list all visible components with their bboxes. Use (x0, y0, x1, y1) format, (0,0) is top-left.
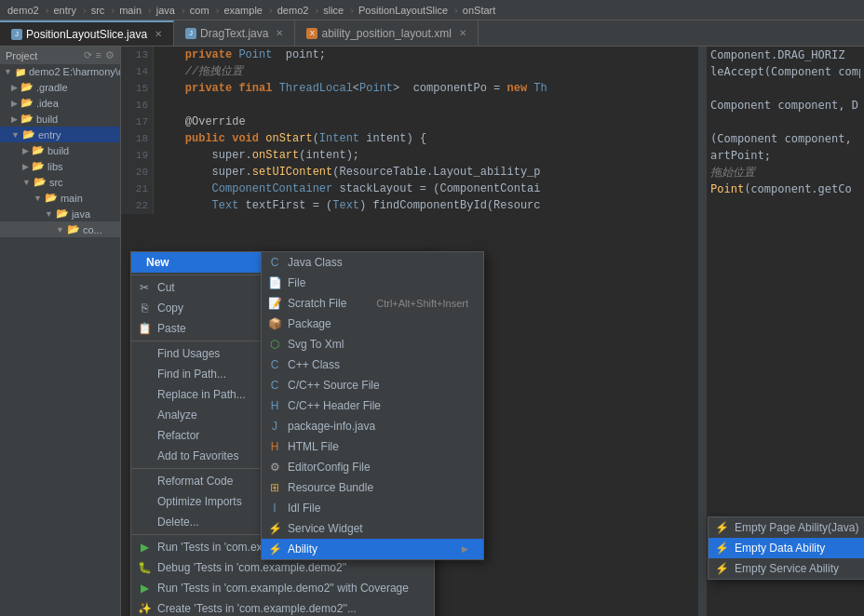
folder-icon: 📂 (56, 208, 69, 220)
submenu-item-file[interactable]: 📄 File (262, 273, 483, 293)
arrow-icon: ▶ (22, 162, 29, 171)
submenu-label-svg-to-xml: Svg To Xml (288, 338, 468, 351)
tree-label-co: co... (83, 224, 102, 235)
submenu-item-resource-bundle[interactable]: ⊞ Resource Bundle (262, 477, 483, 498)
submenu-item-package[interactable]: 📦 Package (262, 314, 483, 334)
arrow-icon: ▼ (56, 225, 64, 234)
submenu-ability: ⚡ Empty Page Ability(Java) ⚡ Empty Data … (708, 516, 864, 580)
tab-close-1[interactable]: ✕ (155, 29, 162, 39)
tree-item-main[interactable]: ▼ 📂 main (0, 190, 120, 206)
submenu-ability-item-empty-service[interactable]: ⚡ Empty Service Ability (709, 558, 864, 579)
line-numbers: 13 14 15 16 17 18 19 20 21 22 (121, 47, 154, 214)
menu-item-create-tests[interactable]: ✨ Create 'Tests in 'com.example.demo2''.… (131, 598, 434, 616)
code-content: private Point point; //拖拽位置 private fina… (155, 47, 706, 214)
arrow-icon: ▶ (11, 83, 18, 92)
tree-item-src[interactable]: ▼ 📂 src (0, 174, 120, 190)
sidebar-header: Project ⟳ ≡ ⚙ (0, 47, 120, 64)
submenu-label-file: File (288, 276, 468, 289)
tree-item-libs[interactable]: ▶ 📂 libs (0, 158, 120, 174)
java-icon: J (11, 29, 22, 40)
sync-icon[interactable]: ⟳ (84, 49, 92, 61)
arrow-icon: ▶ (11, 99, 18, 108)
copy-icon: ⎘ (137, 301, 152, 315)
ability-page-icon: ⚡ (714, 520, 729, 535)
menu-item-label-create-tests: Create 'Tests in 'com.example.demo2''... (157, 602, 419, 615)
menu-item-label-run-coverage: Run 'Tests in 'com.example.demo2'' with … (157, 582, 419, 595)
tree-item-build2[interactable]: ▶ 📂 build (0, 142, 120, 158)
tree-label-build2: build (47, 145, 69, 156)
coverage-icon: ▶ (137, 581, 152, 596)
folder-icon: 📂 (20, 113, 34, 125)
idl-icon: I (267, 501, 282, 516)
arrow-icon: ▼ (34, 194, 42, 203)
package-icon: 📦 (267, 316, 282, 331)
tree-label-entry: entry (38, 129, 61, 141)
submenu-item-cpp-class[interactable]: C C++ Class (262, 355, 483, 375)
folder-icon: 📂 (20, 81, 34, 93)
tab-ability-position-layout-xml[interactable]: X ability_position_layout.xml ✕ (295, 20, 478, 46)
arrow-icon: ▼ (22, 178, 31, 187)
config-icon: ⚙ (267, 460, 282, 475)
submenu-ability-label-empty-service: Empty Service Ability (735, 562, 858, 575)
tab-drag-text[interactable]: J DragText.java ✕ (174, 20, 295, 46)
folder-icon: 📂 (32, 160, 45, 172)
breadcrumb: demo2 › entry › src › main › java › com … (7, 5, 497, 16)
submenu-label-cpp-class: C++ Class (288, 358, 468, 371)
submenu-label-cpp-header: C/C++ Header File (288, 399, 468, 412)
tree-item-entry[interactable]: ▼ 📂 entry (0, 127, 120, 142)
submenu-item-scratch-file[interactable]: 📝 Scratch File Ctrl+Alt+Shift+Insert (262, 293, 483, 314)
menu-item-debug-tests[interactable]: 🐛 Debug 'Tests in 'com.example.demo2'' (131, 557, 434, 578)
folder-icon: 📂 (22, 128, 35, 141)
arrow-icon: ▼ (45, 209, 53, 219)
tree-item-demo2[interactable]: ▼ 📁 demo2 E:\harmony\demo2 (0, 64, 120, 79)
tree-item-java[interactable]: ▼ 📂 java (0, 206, 120, 221)
tab-position-layout-slice[interactable]: J PositionLayoutSlice.java ✕ (0, 20, 174, 46)
gear-icon[interactable]: ⚙ (105, 49, 115, 61)
submenu-new: C Java Class 📄 File 📝 Scratch File Ctrl+… (261, 251, 484, 560)
submenu-item-editor-config[interactable]: ⚙ EditorConfig File (262, 457, 483, 477)
folder-icon: 📂 (20, 97, 34, 109)
submenu-item-ability[interactable]: ⚡ Ability (262, 539, 483, 559)
ability-service-icon: ⚡ (714, 561, 729, 576)
submenu-item-svg-to-xml[interactable]: ⬡ Svg To Xml (262, 334, 483, 355)
xml-icon: X (306, 28, 317, 39)
folder-icon: 📁 (15, 67, 26, 77)
tab-close-3[interactable]: ✕ (459, 28, 466, 38)
tab-bar: J PositionLayoutSlice.java ✕ J DragText.… (0, 20, 864, 47)
tree-item-idea[interactable]: ▶ 📂 .idea (0, 95, 120, 111)
shortcut-scratch: Ctrl+Alt+Shift+Insert (376, 298, 468, 309)
folder-icon: 📂 (32, 144, 45, 156)
submenu-item-html-file[interactable]: H HTML File (262, 436, 483, 457)
submenu-label-package: Package (288, 317, 468, 330)
folder-icon: 📂 (45, 192, 58, 204)
html-icon: H (267, 439, 282, 454)
java-class-icon: C (267, 255, 282, 270)
tree-item-build[interactable]: ▶ 📂 build (0, 111, 120, 127)
submenu-ability-item-empty-page[interactable]: ⚡ Empty Page Ability(Java) (709, 517, 864, 538)
create-icon: ✨ (137, 601, 152, 616)
submenu-item-cpp-source[interactable]: C C/C++ Source File (262, 375, 483, 395)
submenu-item-package-info[interactable]: J package-info.java (262, 416, 483, 436)
submenu-ability-item-empty-data[interactable]: ⚡ Empty Data Ability (709, 538, 864, 558)
cpp-class-icon: C (267, 357, 282, 372)
tree-label-java: java (72, 208, 90, 220)
service-icon: ⚡ (267, 521, 282, 536)
tree-item-gradle[interactable]: ▶ 📂 .gradle (0, 79, 120, 95)
tree-label-src: src (49, 177, 63, 188)
editor-scrollbar[interactable] (698, 47, 706, 616)
submenu-item-idl-file[interactable]: I Idl File (262, 498, 483, 518)
submenu-label-editor-config: EditorConfig File (288, 461, 468, 474)
submenu-label-ability: Ability (288, 542, 454, 556)
tab-close-2[interactable]: ✕ (276, 28, 283, 38)
submenu-item-service-widget[interactable]: ⚡ Service Widget (262, 518, 483, 539)
debug-icon: 🐛 (137, 560, 152, 575)
tree-item-co[interactable]: ▼ 📂 co... (0, 221, 120, 237)
menu-item-run-with-coverage[interactable]: ▶ Run 'Tests in 'com.example.demo2'' wit… (131, 578, 434, 598)
submenu-item-cpp-header[interactable]: H C/C++ Header File (262, 395, 483, 416)
folder-icon: 📂 (34, 176, 47, 188)
settings-icon[interactable]: ≡ (96, 49, 101, 61)
submenu-item-java-class[interactable]: C Java Class (262, 252, 483, 273)
tree-label-demo2: demo2 E:\harmony\demo2 (29, 66, 121, 77)
submenu-ability-label-empty-page: Empty Page Ability(Java) (735, 521, 858, 534)
paste-icon: 📋 (137, 321, 152, 336)
